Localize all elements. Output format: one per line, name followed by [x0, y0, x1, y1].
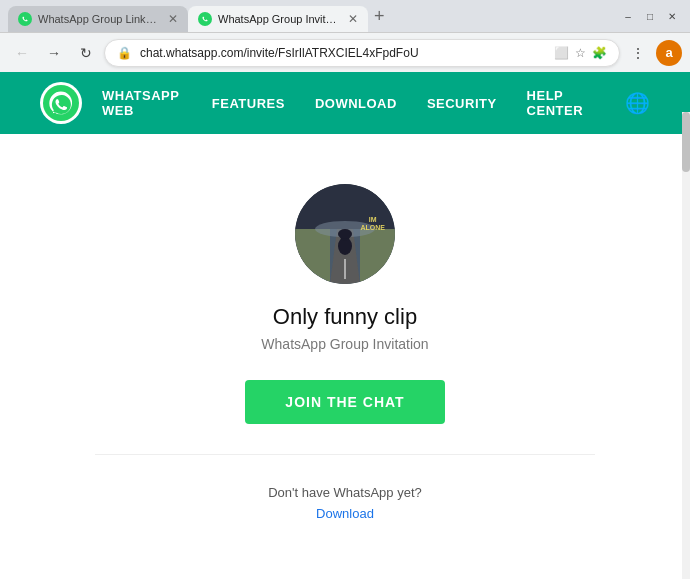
invite-content: IM ALONE Only funny clip WhatsApp Group … [0, 134, 690, 539]
tab1-close[interactable]: ✕ [168, 12, 178, 26]
svg-rect-8 [360, 229, 395, 284]
tab1-favicon [18, 12, 32, 26]
divider [95, 454, 595, 455]
avatar-text-line2: ALONE [361, 224, 386, 231]
nav-security[interactable]: SECURITY [427, 96, 497, 111]
refresh-button[interactable]: ↻ [72, 39, 100, 67]
star-icon[interactable]: ☆ [575, 46, 586, 60]
tab-active[interactable]: WhatsApp Group Invitation ✕ [188, 6, 368, 32]
nav-features[interactable]: FEATURES [212, 96, 285, 111]
join-chat-button[interactable]: JOIN THE CHAT [245, 380, 444, 424]
address-bar[interactable]: 🔒 chat.whatsapp.com/invite/FsIrIlATRXCIE… [104, 39, 620, 67]
whatsapp-navbar: WHATSAPP WEB FEATURES DOWNLOAD SECURITY … [0, 72, 690, 134]
address-icons: ⬜ ☆ 🧩 [554, 46, 607, 60]
svg-point-0 [20, 14, 30, 24]
whatsapp-logo [40, 82, 82, 124]
nav-help-center[interactable]: HELP CENTER [527, 88, 595, 118]
browser-header: WhatsApp Group Links | Join, Sh... ✕ Wha… [0, 0, 690, 72]
cast-icon[interactable]: ⬜ [554, 46, 569, 60]
tab2-favicon [198, 12, 212, 26]
forward-button[interactable]: → [40, 39, 68, 67]
svg-point-13 [338, 229, 352, 239]
nav-whatsapp-web[interactable]: WHATSAPP WEB [102, 88, 182, 118]
tab2-label: WhatsApp Group Invitation [218, 13, 338, 25]
group-avatar: IM ALONE [295, 184, 395, 284]
avatar-image: IM ALONE [295, 184, 395, 284]
page-content: WHATSAPP WEB FEATURES DOWNLOAD SECURITY … [0, 72, 690, 539]
scrollbar-track[interactable] [682, 112, 690, 579]
group-name: Only funny clip [273, 304, 417, 330]
browser-toolbar: ← → ↻ 🔒 chat.whatsapp.com/invite/FsIrIlA… [0, 32, 690, 72]
browser-window: WhatsApp Group Links | Join, Sh... ✕ Wha… [0, 0, 690, 579]
tab2-close[interactable]: ✕ [348, 12, 358, 26]
nav-links: WHATSAPP WEB FEATURES DOWNLOAD SECURITY … [102, 88, 595, 118]
window-controls: – □ ✕ [618, 6, 682, 26]
group-subtitle: WhatsApp Group Invitation [261, 336, 428, 352]
svg-point-2 [43, 85, 79, 121]
more-button[interactable]: ⋮ [624, 39, 652, 67]
avatar-text-line1: IM [369, 216, 377, 223]
tab1-label: WhatsApp Group Links | Join, Sh... [38, 13, 158, 25]
tab-inactive[interactable]: WhatsApp Group Links | Join, Sh... ✕ [8, 6, 188, 32]
tab-bar: WhatsApp Group Links | Join, Sh... ✕ Wha… [8, 0, 610, 32]
address-text: chat.whatsapp.com/invite/FsIrIlATRXCIEL4… [140, 46, 546, 60]
close-button[interactable]: ✕ [662, 6, 682, 26]
lock-icon: 🔒 [117, 46, 132, 60]
profile-avatar[interactable]: a [656, 40, 682, 66]
puzzle-icon[interactable]: 🧩 [592, 46, 607, 60]
globe-icon[interactable]: 🌐 [625, 91, 650, 115]
minimize-button[interactable]: – [618, 6, 638, 26]
titlebar: WhatsApp Group Links | Join, Sh... ✕ Wha… [0, 0, 690, 32]
scrollbar-thumb[interactable] [682, 112, 690, 172]
back-button[interactable]: ← [8, 39, 36, 67]
download-link[interactable]: Download [316, 506, 374, 521]
footer-text: Don't have WhatsApp yet? [268, 485, 422, 500]
maximize-button[interactable]: □ [640, 6, 660, 26]
new-tab-button[interactable]: + [368, 6, 391, 27]
svg-point-1 [200, 14, 210, 24]
nav-download[interactable]: DOWNLOAD [315, 96, 397, 111]
toolbar-right: ⋮ a [624, 39, 682, 67]
svg-rect-7 [295, 229, 330, 284]
